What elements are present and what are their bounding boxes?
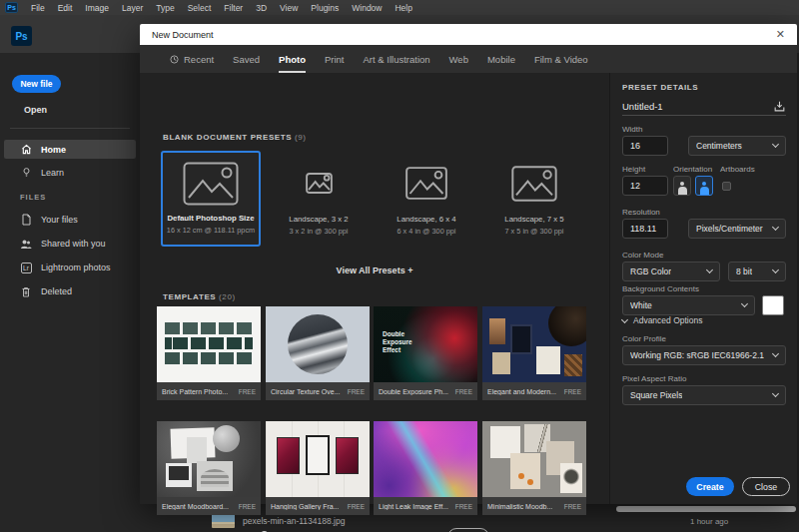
chevron-down-icon [621, 315, 628, 322]
template-card-double-exposure[interactable]: Double Exposure Effect Double Exposure P… [374, 306, 477, 400]
color-mode-dropdown[interactable]: RGB Color [622, 262, 720, 281]
menu-view[interactable]: View [280, 3, 298, 13]
orientation-label: Orientation [673, 165, 712, 174]
resolution-unit-dropdown[interactable]: Pixels/Centimeter [688, 219, 786, 239]
menu-filter[interactable]: Filter [224, 3, 243, 13]
resolution-label: Resolution [622, 208, 660, 217]
menu-3d[interactable]: 3D [256, 3, 267, 13]
preset-card-landscape-3x2[interactable]: Landscape, 3 x 2 3 x 2 in @ 300 ppi [269, 151, 369, 247]
sidebar-divider [10, 128, 130, 129]
menu-image[interactable]: Image [85, 3, 109, 13]
background-color-swatch[interactable] [762, 295, 784, 315]
menu-file[interactable]: File [31, 3, 45, 13]
sidebar-item-label: Shared with you [41, 239, 106, 249]
tab-film-video[interactable]: Film & Video [534, 45, 588, 73]
background-contents-label: Background Contents [622, 284, 699, 293]
bit-depth-dropdown[interactable]: 8 bit [728, 262, 786, 281]
tab-photo[interactable]: Photo [279, 45, 306, 73]
width-label: Width [622, 125, 642, 134]
background-contents-dropdown[interactable]: White [622, 295, 755, 315]
lightroom-icon: Lr [20, 262, 32, 273]
width-input[interactable] [622, 136, 668, 156]
artboards-checkbox[interactable] [722, 182, 731, 191]
menu-layer[interactable]: Layer [122, 3, 143, 13]
new-file-button[interactable]: New file [12, 75, 61, 93]
home-sidebar: New file Open Home Learn FILES Y [0, 53, 140, 532]
lightbulb-icon [20, 167, 32, 179]
free-badge: FREE [564, 503, 581, 510]
pixel-aspect-dropdown[interactable]: Square Pixels [622, 385, 786, 405]
save-preset-icon[interactable] [773, 100, 786, 113]
sidebar-item-learn[interactable]: Learn [4, 163, 136, 182]
height-input[interactable] [622, 176, 668, 196]
template-card-circular-texture[interactable]: Circular Texture Ove...FREE [266, 306, 370, 400]
color-profile-dropdown[interactable]: Working RGB: sRGB IEC61966-2.1 [622, 345, 786, 365]
menu-select[interactable]: Select [188, 3, 212, 13]
template-card-minimalistic-moodboard[interactable]: Minimalistic Moodb...FREE [482, 421, 586, 515]
templates-header: TEMPLATES (20) [163, 292, 236, 301]
sidebar-item-lightroom[interactable]: Lr Lightroom photos [4, 259, 136, 276]
tab-recent[interactable]: Recent [170, 45, 214, 73]
sidebar-item-deleted[interactable]: Deleted [4, 282, 136, 300]
blank-presets-header: BLANK DOCUMENT PRESETS (9) [163, 133, 307, 142]
create-button[interactable]: Create [686, 477, 734, 496]
tab-art-illustration[interactable]: Art & Illustration [364, 45, 430, 73]
ps-logo: Ps [11, 26, 32, 46]
landscape-person-icon [700, 182, 709, 195]
portrait-person-icon [678, 182, 687, 195]
menu-edit[interactable]: Edit [58, 3, 73, 13]
close-button[interactable]: Close [742, 477, 790, 496]
home-icon [20, 144, 32, 156]
template-card-elegant-modern[interactable]: Elegant and Modern...FREE [482, 306, 586, 400]
tab-saved[interactable]: Saved [233, 45, 260, 73]
orientation-landscape-button[interactable] [695, 176, 713, 196]
color-profile-label: Color Profile [622, 334, 666, 343]
sidebar-item-home[interactable]: Home [4, 140, 136, 159]
free-badge: FREE [239, 503, 256, 510]
advanced-options-toggle[interactable]: Advanced Options [622, 315, 702, 325]
tab-mobile[interactable]: Mobile [487, 45, 515, 73]
menu-plugins[interactable]: Plugins [311, 3, 339, 13]
chevron-down-icon [741, 300, 748, 307]
preset-card-default[interactable]: Default Photoshop Size 16 x 12 cm @ 118.… [161, 151, 261, 247]
template-thumbnail [157, 421, 261, 497]
chevron-down-icon [772, 350, 779, 357]
free-badge: FREE [239, 388, 256, 395]
sidebar-item-your-files[interactable]: Your files [4, 211, 136, 229]
go-button[interactable]: Go [447, 528, 489, 532]
sidebar-item-label: Home [41, 145, 66, 155]
stock-search-row: Go [140, 524, 609, 532]
unit-dropdown[interactable]: Centimeters [688, 136, 786, 156]
preset-card-landscape-6x4[interactable]: Landscape, 6 x 4 6 x 4 in @ 300 ppi [377, 151, 476, 247]
new-document-dialog: New Document ✕ Recent Saved Photo Print … [140, 24, 797, 504]
menu-type[interactable]: Type [156, 3, 174, 13]
free-badge: FREE [348, 388, 365, 395]
dialog-title: New Document [152, 30, 214, 40]
document-name-input[interactable] [622, 101, 742, 112]
tab-web[interactable]: Web [449, 45, 468, 73]
dialog-tabbar: Recent Saved Photo Print Art & Illustrat… [140, 45, 797, 73]
sidebar-item-shared[interactable]: Shared with you [4, 235, 136, 253]
dialog-titlebar: New Document ✕ [140, 24, 797, 45]
template-card-elegant-moodboard[interactable]: Elegant Moodboard...FREE [157, 421, 261, 515]
document-icon [20, 214, 32, 226]
clock-icon [170, 55, 179, 64]
template-card-hanging-gallery[interactable]: Hanging Gallery Fra...FREE [266, 421, 370, 515]
view-all-presets-link[interactable]: View All Presets + [140, 266, 609, 275]
template-thumbnail [266, 421, 370, 497]
template-card-light-leak[interactable]: Light Leak Image Eff...FREE [374, 421, 477, 515]
image-placeholder-icon [270, 152, 368, 215]
free-badge: FREE [455, 503, 472, 510]
resolution-input[interactable] [622, 219, 668, 239]
preset-card-landscape-7x5[interactable]: Landscape, 7 x 5 7 x 5 in @ 300 ppi [484, 151, 584, 247]
template-card-brick-pattern[interactable]: Brick Pattern Photo...FREE [157, 306, 261, 400]
menu-help[interactable]: Help [395, 3, 411, 13]
close-icon[interactable]: ✕ [776, 29, 785, 40]
free-badge: FREE [564, 388, 581, 395]
menu-window[interactable]: Window [352, 3, 382, 13]
trash-icon [20, 285, 32, 297]
open-button[interactable]: Open [24, 105, 47, 115]
tab-print[interactable]: Print [325, 45, 345, 73]
free-badge: FREE [455, 388, 472, 395]
orientation-portrait-button[interactable] [673, 176, 691, 196]
